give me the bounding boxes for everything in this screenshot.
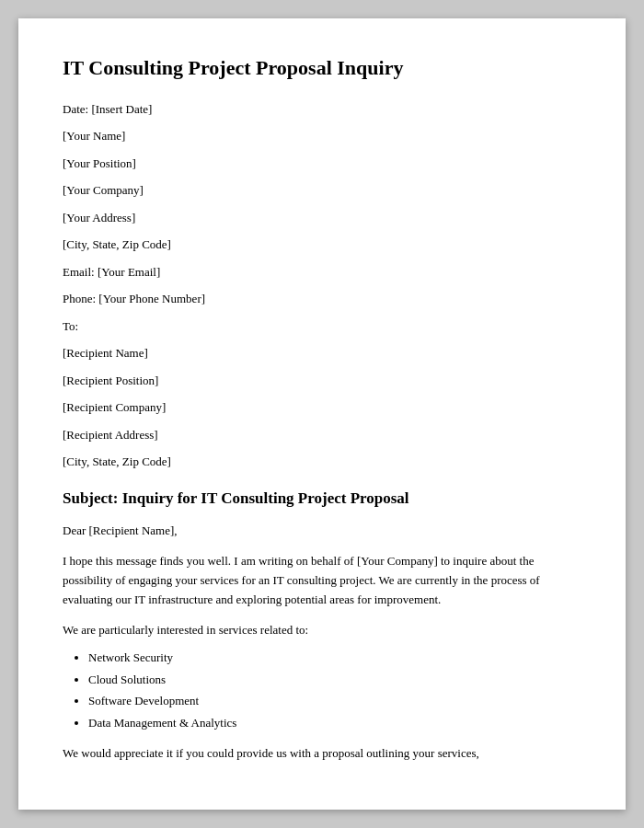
recipient-company-field: [Recipient Company] (63, 398, 581, 417)
services-intro: We are particularly interested in servic… (63, 621, 581, 640)
closing-text: We would appreciate it if you could prov… (63, 744, 581, 764)
services-list: Network Security Cloud Solutions Softwar… (88, 647, 581, 733)
recipient-city-field: [City, State, Zip Code] (63, 453, 581, 471)
your-name-field: [Your Name] (63, 127, 581, 145)
recipient-address-field: [Recipient Address] (63, 426, 581, 444)
your-position-field: [Your Position] (63, 155, 581, 173)
list-item: Network Security (88, 647, 581, 668)
list-item: Software Development (88, 690, 581, 711)
recipient-name-field: [Recipient Name] (63, 344, 581, 362)
body-paragraph-1: I hope this message finds you well. I am… (63, 552, 581, 609)
your-company-field: [Your Company] (63, 181, 581, 200)
list-item: Cloud Solutions (88, 669, 581, 690)
phone-field: Phone: [Your Phone Number] (63, 290, 581, 308)
salutation: Dear [Recipient Name], (63, 522, 581, 541)
your-address-field: [Your Address] (63, 209, 581, 227)
list-item: Data Management & Analytics (88, 712, 581, 733)
recipient-position-field: [Recipient Position] (63, 372, 581, 390)
date-field: Date: [Insert Date] (63, 100, 581, 119)
to-label: To: (63, 317, 581, 336)
email-field: Email: [Your Email] (63, 263, 581, 282)
subject-heading: Subject: Inquiry for IT Consulting Proje… (63, 488, 581, 510)
city-state-zip-field: [City, State, Zip Code] (63, 236, 581, 254)
document-container: IT Consulting Project Proposal Inquiry D… (18, 18, 626, 810)
document-title: IT Consulting Project Proposal Inquiry (63, 55, 581, 82)
